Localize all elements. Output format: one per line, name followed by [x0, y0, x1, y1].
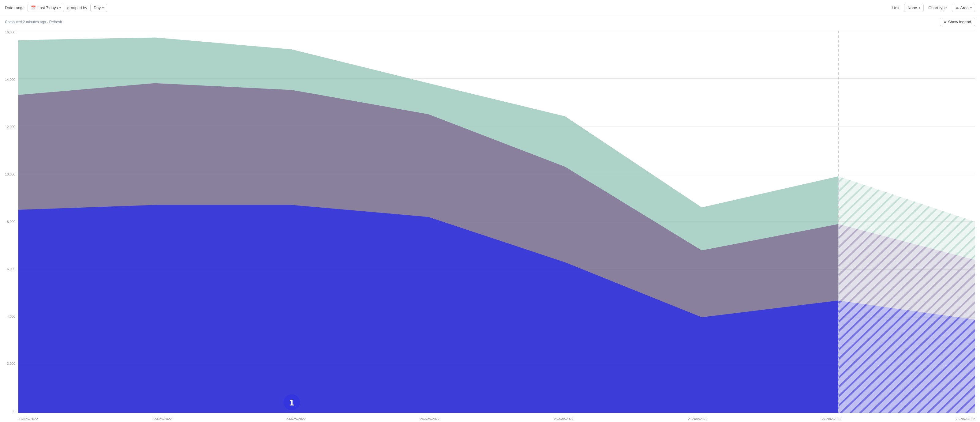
x-label-23nov: 23-Nov-2022: [286, 417, 306, 421]
chart-area: 16,000 14,000 12,000 10,000 8,000 6,000 …: [0, 27, 980, 422]
toolbar-left: Date range 📅 Last 7 days ▾ grouped by Da…: [5, 4, 888, 12]
y-label-16000: 16,000: [5, 30, 15, 34]
grouped-by-chevron: ▾: [102, 6, 104, 10]
x-label-22nov: 22-Nov-2022: [152, 417, 172, 421]
unit-dropdown[interactable]: None ▾: [904, 4, 923, 12]
refresh-link[interactable]: Refresh: [49, 20, 62, 24]
toolbar: Date range 📅 Last 7 days ▾ grouped by Da…: [0, 0, 980, 16]
x-label-26nov: 26-Nov-2022: [688, 417, 707, 421]
y-label-2000: 2,000: [7, 362, 15, 365]
y-label-4000: 4,000: [7, 315, 15, 318]
y-label-6000: 6,000: [7, 268, 15, 271]
grouped-by-dropdown[interactable]: Day ▾: [90, 4, 107, 12]
x-label-28nov: 28-Nov-2022: [956, 417, 975, 421]
y-label-14000: 14,000: [5, 78, 15, 81]
chart-svg: 1: [18, 30, 975, 413]
unit-label: Unit: [892, 5, 899, 10]
blue-area-future-bg: [838, 300, 975, 413]
y-label-8000: 8,000: [7, 220, 15, 223]
y-label-12000: 12,000: [5, 125, 15, 129]
y-label-10000: 10,000: [5, 173, 15, 176]
computed-info: Computed 2 minutes ago · Refresh: [5, 20, 62, 24]
calendar-icon: 📅: [31, 5, 36, 10]
grouped-by-value: Day: [94, 5, 101, 10]
subbar: Computed 2 minutes ago · Refresh ≡ Show …: [0, 16, 980, 27]
x-label-21nov: 21-Nov-2022: [18, 417, 38, 421]
x-axis: 21-Nov-2022 22-Nov-2022 23-Nov-2022 24-N…: [18, 413, 975, 422]
unit-chevron: ▾: [919, 6, 920, 10]
chart-svg-container: 1: [18, 30, 975, 413]
x-label-24nov: 24-Nov-2022: [420, 417, 439, 421]
date-range-dropdown[interactable]: 📅 Last 7 days ▾: [27, 4, 64, 12]
x-label-27nov: 27-Nov-2022: [822, 417, 842, 421]
date-range-chevron: ▾: [59, 6, 61, 10]
annotation-label: 1: [289, 398, 294, 407]
show-legend-button[interactable]: ≡ Show legend: [940, 18, 975, 26]
x-label-25nov: 25-Nov-2022: [554, 417, 574, 421]
chart-type-dropdown[interactable]: ⛰ Area ▾: [952, 4, 975, 12]
toolbar-right: Unit None ▾ Chart type ⛰ Area ▾: [892, 4, 975, 12]
show-legend-label: Show legend: [948, 20, 971, 24]
legend-icon: ≡: [944, 20, 947, 24]
chart-type-label: Chart type: [929, 5, 947, 10]
dot-separator: ·: [47, 20, 48, 24]
y-label-0: 0: [13, 409, 15, 413]
computed-text: Computed 2 minutes ago: [5, 20, 46, 24]
chart-type-value: Area: [961, 5, 969, 10]
app-container: Date range 📅 Last 7 days ▾ grouped by Da…: [0, 0, 980, 422]
area-icon: ⛰: [955, 6, 959, 10]
chart-type-chevron: ▾: [970, 6, 972, 10]
y-axis: 16,000 14,000 12,000 10,000 8,000 6,000 …: [0, 30, 18, 413]
grouped-by-label: grouped by: [67, 5, 87, 10]
unit-value: None: [907, 5, 917, 10]
date-range-value: Last 7 days: [37, 5, 58, 10]
date-range-label: Date range: [5, 5, 24, 10]
